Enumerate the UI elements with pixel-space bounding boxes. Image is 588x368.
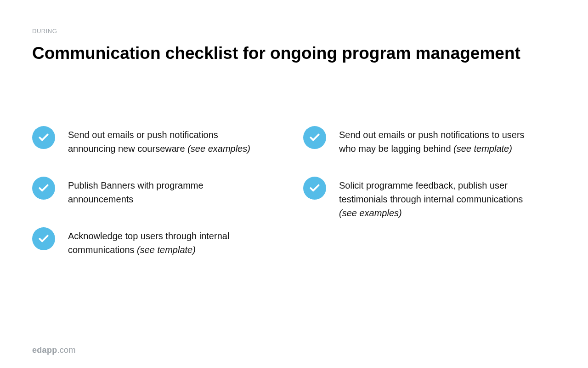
check-icon [303,126,326,149]
item-text-suffix: (see examples) [187,144,250,154]
item-text-suffix: (see examples) [339,208,402,218]
eyebrow-label: DURING [32,28,556,34]
checklist-item: Acknowledge top users through internal c… [32,229,285,257]
page-title: Communication checklist for ongoing prog… [32,44,556,63]
check-icon [32,126,55,149]
item-text-main: Publish Banners with programme announcem… [68,180,204,204]
checklist-item-text: Acknowledge top users through internal c… [68,229,266,257]
item-text-main: Solicit programme feedback, publish user… [339,180,523,204]
item-text-suffix: (see template) [137,245,196,255]
checklist-item-text: Send out emails or push notifications an… [68,128,266,155]
check-icon [32,177,55,200]
checklist-item: Send out emails or push notifications an… [32,128,285,155]
checklist-column-left: Send out emails or push notifications an… [32,128,285,257]
check-icon [303,177,326,200]
footer-brand: edapp.com [32,345,76,355]
slide: DURING Communication checklist for ongoi… [0,0,588,368]
checklist-column-right: Send out emails or push notifications to… [303,128,556,257]
check-icon [32,227,55,250]
checklist-item: Publish Banners with programme announcem… [32,178,285,206]
footer-brand-bold: edapp [32,345,57,355]
item-text-suffix: (see template) [453,144,512,154]
footer-brand-rest: .com [57,345,76,355]
checklist-item-text: Solicit programme feedback, publish user… [339,178,537,220]
checklist-item: Solicit programme feedback, publish user… [303,178,556,220]
checklist-item: Send out emails or push notifications to… [303,128,556,155]
checklist-item-text: Publish Banners with programme announcem… [68,178,266,206]
checklist: Send out emails or push notifications an… [32,128,556,257]
checklist-item-text: Send out emails or push notifications to… [339,128,537,155]
